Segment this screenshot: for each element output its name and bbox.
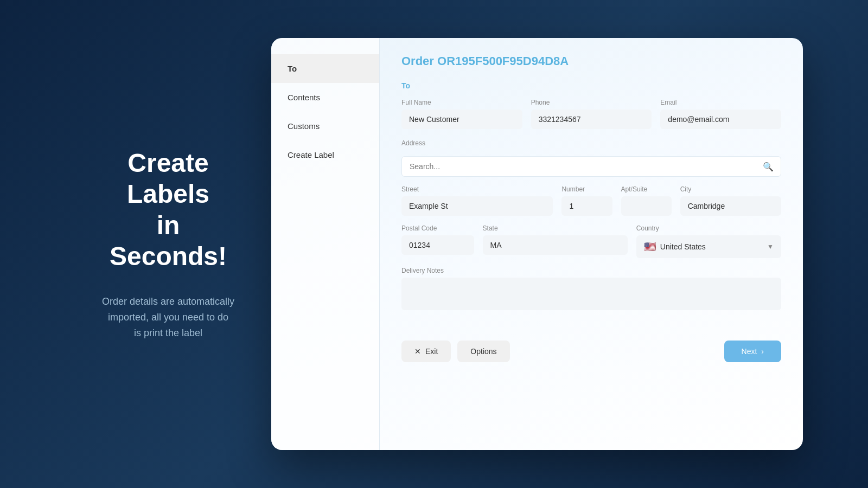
order-title: Order OR195F500F95D94D8A — [401, 54, 781, 68]
modal-wrapper: To Contents Customs Create Label Order O… — [271, 38, 803, 450]
next-button[interactable]: Next › — [724, 341, 781, 362]
email-input[interactable] — [660, 110, 781, 129]
sidebar-item-to[interactable]: To — [271, 54, 379, 83]
number-group: Number — [561, 185, 612, 216]
section-to-label: To — [401, 81, 781, 90]
full-name-label: Full Name — [401, 99, 522, 106]
phone-label: Phone — [531, 99, 652, 106]
street-input[interactable] — [401, 196, 553, 216]
chevron-right-icon: › — [761, 347, 764, 356]
footer-left-buttons: ✕ Exit Options — [401, 341, 510, 362]
number-input[interactable] — [561, 196, 612, 216]
sidebar: To Contents Customs Create Label — [271, 38, 380, 450]
address-label: Address — [401, 139, 425, 147]
street-label: Street — [401, 185, 553, 193]
country-flag: 🇺🇸 — [644, 241, 656, 253]
state-input[interactable] — [483, 235, 628, 255]
address-search-wrapper: 🔍 — [401, 156, 781, 177]
city-group: City — [680, 185, 781, 216]
x-icon: ✕ — [414, 347, 421, 356]
next-label: Next — [742, 347, 757, 356]
country-group: Country 🇺🇸 United States ▼ — [636, 224, 781, 258]
main-content: Order OR195F500F95D94D8A To Full Name Ph… — [380, 38, 803, 450]
delivery-notes-label: Delivery Notes — [401, 267, 781, 274]
sidebar-item-contents[interactable]: Contents — [271, 83, 379, 112]
number-label: Number — [561, 185, 612, 193]
hero-subtitle: Order details are automatically imported… — [98, 294, 239, 341]
apt-suite-label: Apt/Suite — [621, 185, 672, 193]
sidebar-item-create-label[interactable]: Create Label — [271, 140, 379, 169]
name-phone-email-row: Full Name Phone Email — [401, 99, 781, 129]
postal-code-group: Postal Code — [401, 224, 474, 258]
phone-input[interactable] — [531, 110, 652, 129]
footer-buttons: ✕ Exit Options Next › — [401, 332, 781, 362]
full-name-input[interactable] — [401, 110, 522, 129]
street-group: Street — [401, 185, 553, 216]
postal-code-input[interactable] — [401, 235, 474, 255]
left-panel: Create Labels in Seconds! Order details … — [65, 126, 271, 363]
street-row: Street Number Apt/Suite City — [401, 185, 781, 216]
postal-state-country-row: Postal Code State Country 🇺🇸 United Stat… — [401, 224, 781, 258]
postal-code-label: Postal Code — [401, 224, 474, 232]
apt-suite-input[interactable] — [621, 196, 672, 216]
email-group: Email — [660, 99, 781, 129]
exit-button[interactable]: ✕ Exit — [401, 341, 451, 362]
city-input[interactable] — [680, 196, 781, 216]
delivery-notes-group: Delivery Notes — [401, 267, 781, 310]
options-button[interactable]: Options — [457, 341, 509, 362]
exit-label: Exit — [425, 347, 438, 356]
address-section: Address — [401, 138, 781, 147]
country-name: United States — [660, 242, 763, 251]
state-label: State — [483, 224, 628, 232]
search-icon: 🔍 — [763, 162, 774, 172]
apt-suite-group: Apt/Suite — [621, 185, 672, 216]
chevron-down-icon: ▼ — [767, 243, 774, 251]
state-group: State — [483, 224, 628, 258]
hero-title: Create Labels in Seconds! — [98, 147, 239, 272]
email-label: Email — [660, 99, 781, 106]
options-label: Options — [470, 347, 496, 356]
full-name-group: Full Name — [401, 99, 522, 129]
address-search-input[interactable] — [401, 156, 781, 177]
city-label: City — [680, 185, 781, 193]
sidebar-item-customs[interactable]: Customs — [271, 112, 379, 140]
phone-group: Phone — [531, 99, 652, 129]
country-select[interactable]: 🇺🇸 United States ▼ — [636, 235, 781, 258]
country-label: Country — [636, 224, 781, 232]
delivery-notes-input[interactable] — [401, 278, 781, 310]
